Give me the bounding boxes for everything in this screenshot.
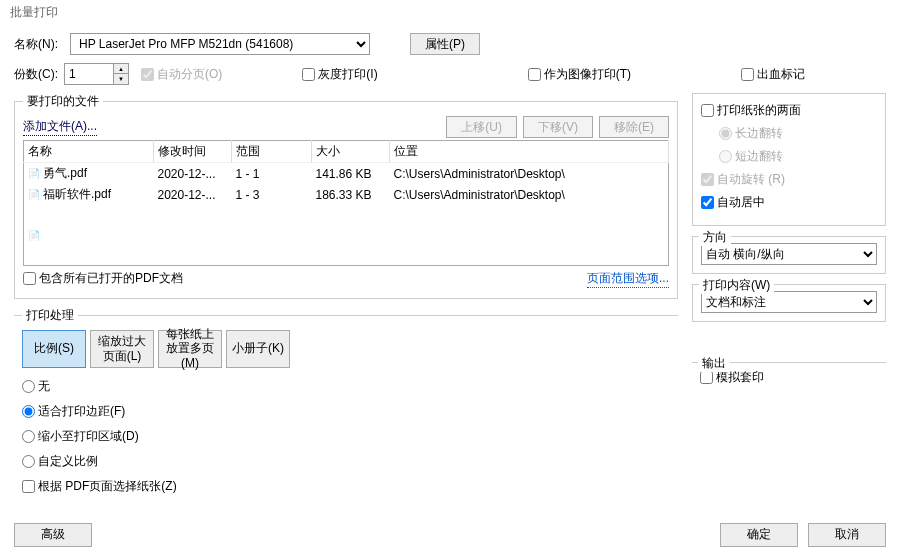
grayscale-checkbox[interactable]: 灰度打印(I) <box>302 66 377 83</box>
col-name[interactable]: 名称 <box>24 141 154 163</box>
bleed-marks-checkbox[interactable]: 出血标记 <box>741 66 805 83</box>
ok-button[interactable]: 确定 <box>720 523 798 547</box>
files-table[interactable]: 名称 修改时间 范围 大小 位置 勇气.pdf2020-12-...1 - 11… <box>23 140 669 266</box>
print-content-select[interactable]: 文档和标注 <box>701 291 877 313</box>
printer-select[interactable]: HP LaserJet Pro MFP M521dn (541608) <box>70 33 370 55</box>
advanced-button[interactable]: 高级 <box>14 523 92 547</box>
table-row[interactable]: 勇气.pdf2020-12-...1 - 1141.86 KBC:\Users\… <box>24 163 669 185</box>
include-open-checkbox[interactable]: 包含所有已打开的PDF文档 <box>23 270 183 287</box>
mode-booklet[interactable]: 小册子(K) <box>226 330 290 368</box>
col-location[interactable]: 位置 <box>390 141 669 163</box>
flip-long-radio: 长边翻转 <box>719 125 877 142</box>
remove-button: 移除(E) <box>599 116 669 138</box>
print-content-box: 打印内容(W) 文档和标注 <box>692 284 886 322</box>
scale-custom-radio[interactable]: 自定义比例 <box>22 453 670 470</box>
auto-center-checkbox[interactable]: 自动居中 <box>701 194 877 211</box>
window-title: 批量打印 <box>0 0 900 25</box>
col-size[interactable]: 大小 <box>312 141 390 163</box>
scale-fit-margins-radio[interactable]: 适合打印边距(F) <box>22 403 670 420</box>
copies-input[interactable] <box>64 63 114 85</box>
orientation-select[interactable]: 自动 横向/纵向 <box>701 243 877 265</box>
collate-checkbox: 自动分页(O) <box>141 66 222 83</box>
output-box: 输出 模拟套印 <box>692 362 886 395</box>
auto-rotate-checkbox: 自动旋转 (R) <box>701 171 877 188</box>
scale-shrink-area-radio[interactable]: 缩小至打印区域(D) <box>22 428 670 445</box>
files-fieldset: 要打印的文件 添加文件(A)... 上移(U) 下移(V) 移除(E) 名称 修… <box>14 93 678 299</box>
col-range[interactable]: 范围 <box>232 141 312 163</box>
move-down-button: 下移(V) <box>523 116 593 138</box>
mode-scale[interactable]: 比例(S) <box>22 330 86 368</box>
files-legend: 要打印的文件 <box>23 93 103 110</box>
mode-shrink-oversize[interactable]: 缩放过大页面(L) <box>90 330 154 368</box>
handling-legend: 打印处理 <box>22 307 78 324</box>
table-row[interactable]: 福昕软件.pdf2020-12-...1 - 3186.33 KBC:\User… <box>24 184 669 205</box>
duplex-checkbox[interactable]: 打印纸张的两面 <box>701 102 877 119</box>
cancel-button[interactable]: 取消 <box>808 523 886 547</box>
orientation-box: 方向 自动 横向/纵向 <box>692 236 886 274</box>
scale-none-radio[interactable]: 无 <box>22 378 670 395</box>
print-as-image-checkbox[interactable]: 作为图像打印(T) <box>528 66 631 83</box>
page-range-options-link[interactable]: 页面范围选项... <box>587 270 669 288</box>
copies-spinner[interactable]: ▲▼ <box>114 63 129 85</box>
flip-short-radio: 短边翻转 <box>719 148 877 165</box>
choose-paper-by-page-checkbox[interactable]: 根据 PDF页面选择纸张(Z) <box>22 478 670 495</box>
mode-multiple-per-sheet[interactable]: 每张纸上放置多页(M) <box>158 330 222 368</box>
properties-button[interactable]: 属性(P) <box>410 33 480 55</box>
col-mtime[interactable]: 修改时间 <box>154 141 232 163</box>
add-files-link[interactable]: 添加文件(A)... <box>23 118 97 136</box>
handling-fieldset: 打印处理 比例(S) 缩放过大页面(L) 每张纸上放置多页(M) 小册子(K) … <box>14 307 678 503</box>
move-up-button: 上移(U) <box>446 116 517 138</box>
copies-label: 份数(C): <box>14 66 64 83</box>
printer-name-label: 名称(N): <box>14 36 64 53</box>
